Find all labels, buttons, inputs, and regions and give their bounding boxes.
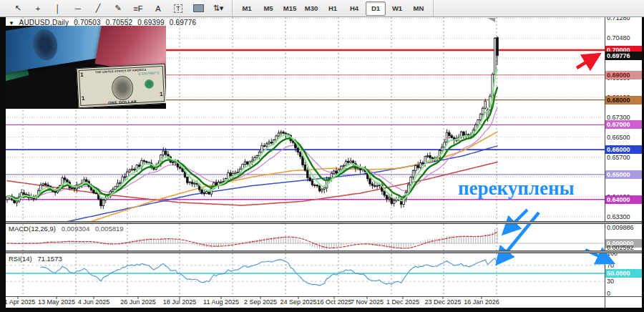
- trendline-tool[interactable]: ╱: [89, 1, 107, 16]
- rsi-value: 71.1573: [37, 255, 62, 263]
- bill-corner-1: 1: [82, 95, 85, 102]
- overbought-arrow: [497, 213, 539, 263]
- cursor-tool[interactable]: ↖: [9, 1, 27, 16]
- symbol-dropdown-icon[interactable]: ▼: [9, 20, 14, 26]
- chart-symbol-ohlc: ▼ AUDUSD,Daily 0.70503 0.70552 0.69399 0…: [9, 19, 199, 26]
- date-label: 21 Apr 2025: [1, 298, 36, 306]
- level-price-badge: 0.66000: [605, 145, 642, 154]
- level-price-badge: 0.65000: [605, 170, 642, 179]
- date-label: 16 Oct 2025: [316, 298, 351, 306]
- fibonacci-tool[interactable]: ≡F: [129, 1, 147, 16]
- level-price-badge: 0.69000: [605, 71, 642, 79]
- timeframe-mn[interactable]: MN: [409, 1, 429, 16]
- ohlc-close: 0.69776: [170, 19, 197, 26]
- ohlc-open: 0.70503: [74, 19, 101, 26]
- rsi-pane: [6, 253, 605, 296]
- price-tick: 0.66500: [607, 134, 642, 141]
- macd-axis-label: 0.009886: [607, 224, 642, 231]
- metatrader-window: ↖+│─╱✎≡FAT⇅▾ M1M5M15M30H1H4D1W1MN 10 THE…: [0, 0, 644, 312]
- timeframe-m5[interactable]: M5: [258, 1, 278, 16]
- date-label: 7 Nov 2025: [351, 298, 384, 306]
- date-label: 18 Jul 2025: [163, 298, 197, 306]
- price-tick: 0.70480: [607, 34, 642, 42]
- macd-indicator-label: MACD(12,26,9) 0.009304 0.005819: [9, 225, 127, 233]
- date-label: 4 Jun 2025: [78, 298, 110, 306]
- timeframe-w1[interactable]: W1: [387, 1, 407, 16]
- macd-main-value: 0.009304: [62, 225, 90, 233]
- date-label: 26 Jun 2025: [120, 298, 156, 306]
- rsi-name: RSI(14): [9, 255, 32, 263]
- currency-photo: 10 THE UNITED STATES OF AMERICA E 935756…: [6, 26, 166, 109]
- level-price-badge: 0.64000: [605, 195, 642, 204]
- toolbar: ↖+│─╱✎≡FAT⇅▾ M1M5M15M30H1H4D1W1MN: [0, 0, 644, 17]
- date-label: 13 May 2025: [38, 298, 75, 306]
- timeframe-h1[interactable]: H1: [323, 1, 343, 16]
- banknote-portrait: [31, 27, 59, 62]
- window-frame-left: [0, 17, 6, 312]
- macd-signal-value: 0.005819: [95, 225, 124, 233]
- text-label-tool[interactable]: T: [169, 1, 187, 16]
- date-label: 23 Dec 2025: [424, 298, 461, 306]
- symbol-title: AUDUSD,Daily: [19, 19, 69, 26]
- window-frame-bottom: [0, 308, 644, 312]
- shapes-tool[interactable]: [189, 1, 208, 16]
- drawing-tools-group: ↖+│─╱✎≡FAT⇅▾: [4, 0, 233, 16]
- pane-separator[interactable]: [6, 221, 642, 224]
- bill-corner-1: 1: [160, 91, 163, 97]
- date-label: 24 Sep 2025: [280, 298, 316, 306]
- timeframe-m1[interactable]: M1: [237, 1, 257, 16]
- overbought-annotation: перекуплены: [458, 177, 575, 200]
- pane-separator[interactable]: [6, 250, 642, 253]
- price-level-arrow: [577, 54, 599, 68]
- date-label: 16 Jan 2026: [464, 298, 499, 306]
- ohlc-high: 0.70552: [106, 19, 133, 26]
- timeframe-h4[interactable]: H4: [344, 1, 364, 16]
- text-tool[interactable]: A: [149, 1, 167, 16]
- ohlc-low: 0.69399: [137, 19, 165, 26]
- rsi-axis-label: 70: [607, 262, 642, 269]
- macd-name: MACD(12,26,9): [9, 225, 56, 233]
- level-price-badge: 0.67000: [605, 120, 642, 129]
- timeframe-m15[interactable]: M15: [280, 1, 300, 16]
- rsi-axis-label: 50.0000: [605, 269, 642, 278]
- timeframe-d1[interactable]: D1: [366, 1, 386, 16]
- vertical-line-tool[interactable]: │: [49, 1, 67, 16]
- level-price-badge: 0.68000: [605, 96, 642, 104]
- price-tick: 0.65700: [607, 154, 642, 161]
- bill-corner-1: 1: [80, 72, 84, 78]
- rsi-axis-label: 30: [607, 278, 642, 285]
- date-label: 1 Dec 2025: [386, 298, 419, 306]
- rsi-indicator-label: RSI(14) 71.1573: [9, 255, 66, 263]
- horizontal-line-tool[interactable]: ─: [69, 1, 87, 16]
- timeframe-group: M1M5M15M30H1H4D1W1MN: [233, 0, 434, 16]
- chart-shift-marker[interactable]: [487, 18, 495, 22]
- timeframe-m30[interactable]: M30: [301, 1, 321, 16]
- price-axis-border: [605, 17, 605, 308]
- current-price-badge: 0.69776: [605, 52, 642, 60]
- arrows-tool[interactable]: ⇅▾: [209, 1, 228, 16]
- us-one-dollar-bill: THE UNITED STATES OF AMERICA E 93575687 …: [77, 64, 166, 108]
- date-axis-border: [6, 296, 642, 297]
- equidistant-channel-tool[interactable]: ✎: [109, 1, 127, 16]
- crosshair-tool[interactable]: +: [29, 1, 47, 16]
- price-tick: 0.63300: [607, 213, 642, 220]
- date-label: 11 Aug 2025: [203, 298, 239, 306]
- date-label: 2 Sep 2025: [244, 298, 277, 306]
